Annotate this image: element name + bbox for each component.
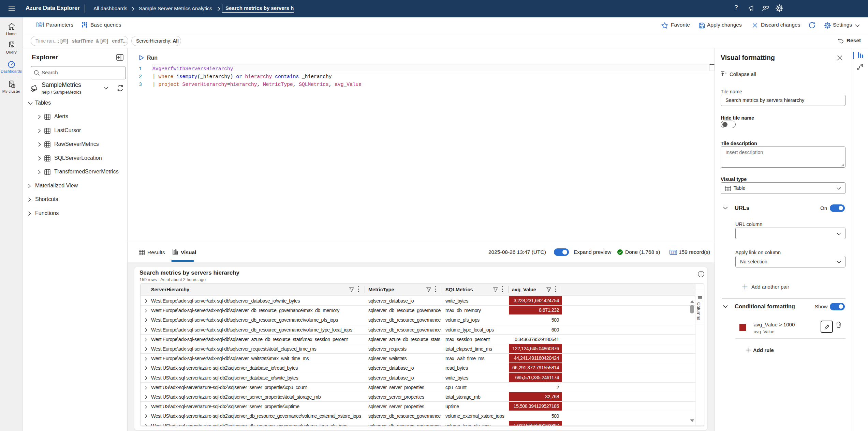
- svg-text:123: 123: [671, 250, 676, 254]
